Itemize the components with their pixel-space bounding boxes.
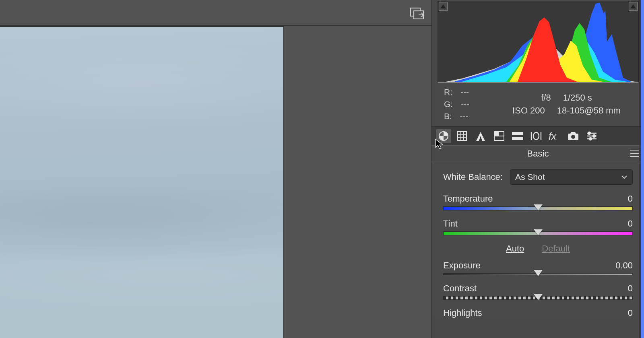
b-value: ---: [460, 110, 469, 122]
tint-value: 0: [628, 218, 633, 229]
titlebar: [0, 0, 431, 26]
image-preview[interactable]: [0, 26, 284, 338]
tab-presets-icon[interactable]: [584, 129, 599, 143]
tab-detail-icon[interactable]: [473, 129, 488, 143]
g-value: ---: [461, 98, 469, 110]
tab-split-icon[interactable]: [510, 129, 525, 143]
panel-tabs: fx: [432, 127, 644, 145]
tab-lens-icon[interactable]: [528, 129, 544, 143]
temperature-value: 0: [628, 194, 633, 204]
lens-value: 18-105@58 mm: [557, 105, 621, 116]
svg-point-12: [593, 135, 595, 137]
auto-link[interactable]: Auto: [506, 243, 524, 254]
shutter-value: 1/250 s: [563, 93, 592, 103]
contrast-value: 0: [628, 283, 633, 294]
contrast-slider[interactable]: Contrast0: [443, 283, 633, 300]
exposure-label: Exposure: [443, 260, 481, 271]
section-header: Basic: [432, 145, 644, 162]
g-label: G:: [444, 98, 453, 110]
right-panel: R:--- G:--- B:--- f/81/250 s ISO 20018-1…: [431, 0, 644, 338]
window-edge: [639, 0, 644, 338]
b-label: B:: [444, 110, 452, 122]
canvas-area: [0, 0, 431, 338]
r-label: R:: [444, 86, 452, 98]
export-icon[interactable]: [410, 7, 424, 19]
svg-rect-5: [495, 132, 498, 135]
white-balance-select[interactable]: As Shot: [510, 169, 633, 185]
info-readout: R:--- G:--- B:--- f/81/250 s ISO 20018-1…: [432, 83, 644, 127]
aperture-value: f/8: [541, 93, 551, 103]
temperature-slider[interactable]: Temperature0: [443, 194, 633, 210]
basic-panel: White Balance: As Shot Temperature0 Tint…: [432, 162, 644, 318]
histogram[interactable]: [438, 1, 639, 83]
exposure-value: 0.00: [615, 260, 633, 271]
section-title: Basic: [527, 148, 549, 159]
contrast-label: Contrast: [443, 283, 477, 294]
white-balance-value: As Shot: [515, 172, 545, 182]
highlights-label: Highlights: [443, 308, 482, 318]
iso-value: ISO 200: [512, 105, 545, 116]
tint-label: Tint: [443, 218, 458, 229]
svg-point-13: [589, 138, 592, 140]
highlights-slider[interactable]: Highlights0: [443, 308, 633, 318]
tint-slider[interactable]: Tint0: [443, 218, 633, 235]
svg-rect-3: [458, 132, 466, 140]
r-value: ---: [460, 86, 469, 98]
white-balance-label: White Balance:: [443, 172, 503, 182]
chevron-down-icon: [621, 175, 627, 179]
default-link[interactable]: Default: [542, 243, 570, 254]
svg-text:fx: fx: [549, 131, 557, 141]
tab-fx-icon[interactable]: fx: [547, 129, 562, 143]
highlights-value: 0: [628, 308, 633, 318]
svg-point-8: [533, 132, 539, 140]
svg-rect-7: [512, 137, 523, 140]
tab-basic-icon[interactable]: [436, 129, 451, 143]
tab-hsl-icon[interactable]: [491, 129, 507, 143]
section-menu-icon[interactable]: [630, 150, 639, 157]
tab-curve-icon[interactable]: [454, 129, 470, 143]
svg-point-10: [571, 135, 575, 139]
temperature-label: Temperature: [443, 194, 493, 204]
svg-point-11: [588, 132, 590, 134]
exposure-slider[interactable]: Exposure0.00: [443, 260, 633, 275]
tab-camera-icon[interactable]: [566, 129, 581, 143]
svg-rect-6: [512, 132, 523, 135]
